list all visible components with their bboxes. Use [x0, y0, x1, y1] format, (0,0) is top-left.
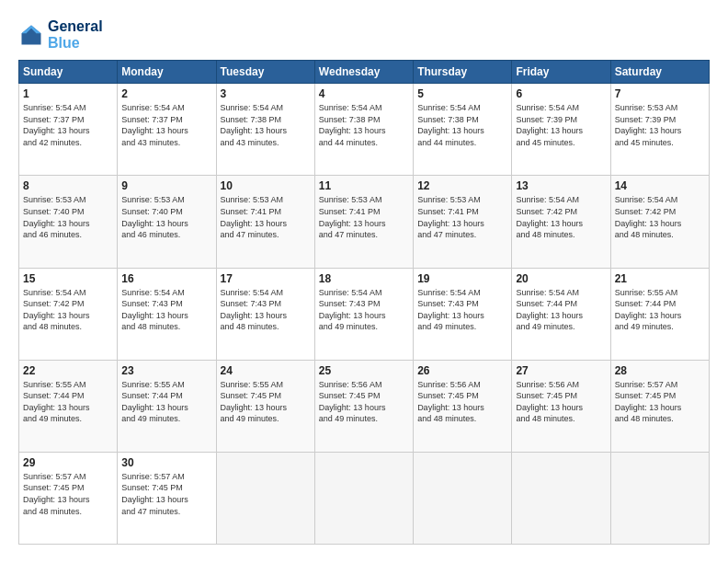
calendar-cell: 12Sunrise: 5:53 AM Sunset: 7:41 PM Dayli…: [414, 176, 512, 268]
calendar-cell: [314, 452, 413, 544]
calendar-cell: 3Sunrise: 5:54 AM Sunset: 7:38 PM Daylig…: [216, 84, 314, 176]
logo-icon: [18, 22, 44, 48]
day-info: Sunrise: 5:56 AM Sunset: 7:45 PM Dayligh…: [319, 379, 409, 425]
day-number: 17: [221, 272, 311, 285]
day-number: 28: [615, 364, 705, 377]
calendar-cell: 21Sunrise: 5:55 AM Sunset: 7:44 PM Dayli…: [610, 268, 709, 360]
calendar-week-5: 29Sunrise: 5:57 AM Sunset: 7:45 PM Dayli…: [19, 452, 710, 544]
day-info: Sunrise: 5:57 AM Sunset: 7:45 PM Dayligh…: [121, 471, 211, 517]
calendar-cell: 14Sunrise: 5:54 AM Sunset: 7:42 PM Dayli…: [610, 176, 709, 268]
logo: General Blue: [18, 18, 103, 51]
calendar-cell: 20Sunrise: 5:54 AM Sunset: 7:44 PM Dayli…: [512, 268, 610, 360]
weekday-header-thursday: Thursday: [414, 61, 512, 84]
calendar-cell: 15Sunrise: 5:54 AM Sunset: 7:42 PM Dayli…: [19, 268, 118, 360]
day-info: Sunrise: 5:54 AM Sunset: 7:37 PM Dayligh…: [121, 102, 211, 148]
day-info: Sunrise: 5:54 AM Sunset: 7:42 PM Dayligh…: [516, 194, 606, 240]
weekday-header-friday: Friday: [512, 61, 610, 84]
day-number: 10: [221, 179, 311, 192]
day-info: Sunrise: 5:57 AM Sunset: 7:45 PM Dayligh…: [23, 471, 113, 517]
day-number: 24: [221, 364, 311, 377]
calendar-cell: 18Sunrise: 5:54 AM Sunset: 7:43 PM Dayli…: [314, 268, 413, 360]
day-info: Sunrise: 5:55 AM Sunset: 7:44 PM Dayligh…: [615, 287, 705, 333]
day-number: 6: [516, 87, 606, 100]
header: General Blue: [18, 18, 710, 51]
weekday-header-sunday: Sunday: [19, 61, 118, 84]
page: General Blue SundayMondayTuesdayWednesda…: [0, 0, 728, 563]
calendar-cell: 9Sunrise: 5:53 AM Sunset: 7:40 PM Daylig…: [118, 176, 216, 268]
day-info: Sunrise: 5:54 AM Sunset: 7:42 PM Dayligh…: [23, 287, 113, 333]
calendar-cell: [512, 452, 610, 544]
day-number: 14: [615, 179, 705, 192]
day-info: Sunrise: 5:55 AM Sunset: 7:45 PM Dayligh…: [221, 379, 311, 425]
calendar-cell: [610, 452, 709, 544]
weekday-header-tuesday: Tuesday: [216, 61, 314, 84]
day-info: Sunrise: 5:53 AM Sunset: 7:39 PM Dayligh…: [615, 102, 705, 148]
calendar-cell: 23Sunrise: 5:55 AM Sunset: 7:44 PM Dayli…: [118, 360, 216, 452]
day-info: Sunrise: 5:53 AM Sunset: 7:41 PM Dayligh…: [417, 194, 507, 240]
day-info: Sunrise: 5:55 AM Sunset: 7:44 PM Dayligh…: [23, 379, 113, 425]
day-number: 1: [23, 87, 113, 100]
calendar-cell: 13Sunrise: 5:54 AM Sunset: 7:42 PM Dayli…: [512, 176, 610, 268]
day-number: 13: [516, 179, 606, 192]
calendar-cell: 7Sunrise: 5:53 AM Sunset: 7:39 PM Daylig…: [610, 84, 709, 176]
weekday-header-wednesday: Wednesday: [314, 61, 413, 84]
day-number: 2: [121, 87, 211, 100]
day-info: Sunrise: 5:56 AM Sunset: 7:45 PM Dayligh…: [417, 379, 507, 425]
calendar-cell: 1Sunrise: 5:54 AM Sunset: 7:37 PM Daylig…: [19, 84, 118, 176]
day-info: Sunrise: 5:54 AM Sunset: 7:38 PM Dayligh…: [319, 102, 409, 148]
calendar-week-3: 15Sunrise: 5:54 AM Sunset: 7:42 PM Dayli…: [19, 268, 710, 360]
day-number: 8: [23, 179, 113, 192]
calendar-cell: 22Sunrise: 5:55 AM Sunset: 7:44 PM Dayli…: [19, 360, 118, 452]
calendar-cell: 5Sunrise: 5:54 AM Sunset: 7:38 PM Daylig…: [414, 84, 512, 176]
calendar-table: SundayMondayTuesdayWednesdayThursdayFrid…: [18, 60, 710, 545]
day-number: 4: [319, 87, 409, 100]
day-number: 30: [121, 456, 211, 469]
day-info: Sunrise: 5:55 AM Sunset: 7:44 PM Dayligh…: [121, 379, 211, 425]
day-number: 12: [417, 179, 507, 192]
day-info: Sunrise: 5:56 AM Sunset: 7:45 PM Dayligh…: [516, 379, 606, 425]
calendar-cell: 19Sunrise: 5:54 AM Sunset: 7:43 PM Dayli…: [414, 268, 512, 360]
calendar-week-4: 22Sunrise: 5:55 AM Sunset: 7:44 PM Dayli…: [19, 360, 710, 452]
day-info: Sunrise: 5:54 AM Sunset: 7:38 PM Dayligh…: [221, 102, 311, 148]
day-number: 18: [319, 272, 409, 285]
calendar-cell: 24Sunrise: 5:55 AM Sunset: 7:45 PM Dayli…: [216, 360, 314, 452]
calendar-cell: [216, 452, 314, 544]
weekday-header-monday: Monday: [118, 61, 216, 84]
day-info: Sunrise: 5:53 AM Sunset: 7:40 PM Dayligh…: [23, 194, 113, 240]
calendar-cell: 25Sunrise: 5:56 AM Sunset: 7:45 PM Dayli…: [314, 360, 413, 452]
calendar-week-2: 8Sunrise: 5:53 AM Sunset: 7:40 PM Daylig…: [19, 176, 710, 268]
day-number: 22: [23, 364, 113, 377]
day-info: Sunrise: 5:54 AM Sunset: 7:42 PM Dayligh…: [615, 194, 705, 240]
calendar-cell: 6Sunrise: 5:54 AM Sunset: 7:39 PM Daylig…: [512, 84, 610, 176]
calendar-cell: 11Sunrise: 5:53 AM Sunset: 7:41 PM Dayli…: [314, 176, 413, 268]
calendar-cell: 28Sunrise: 5:57 AM Sunset: 7:45 PM Dayli…: [610, 360, 709, 452]
day-number: 16: [121, 272, 211, 285]
calendar-body: 1Sunrise: 5:54 AM Sunset: 7:37 PM Daylig…: [19, 84, 710, 545]
day-info: Sunrise: 5:54 AM Sunset: 7:43 PM Dayligh…: [319, 287, 409, 333]
day-info: Sunrise: 5:53 AM Sunset: 7:41 PM Dayligh…: [221, 194, 311, 240]
day-info: Sunrise: 5:54 AM Sunset: 7:39 PM Dayligh…: [516, 102, 606, 148]
day-number: 3: [221, 87, 311, 100]
day-number: 7: [615, 87, 705, 100]
day-number: 11: [319, 179, 409, 192]
calendar-cell: 10Sunrise: 5:53 AM Sunset: 7:41 PM Dayli…: [216, 176, 314, 268]
calendar-cell: 4Sunrise: 5:54 AM Sunset: 7:38 PM Daylig…: [314, 84, 413, 176]
day-number: 15: [23, 272, 113, 285]
day-info: Sunrise: 5:54 AM Sunset: 7:43 PM Dayligh…: [417, 287, 507, 333]
calendar-cell: 27Sunrise: 5:56 AM Sunset: 7:45 PM Dayli…: [512, 360, 610, 452]
calendar-week-1: 1Sunrise: 5:54 AM Sunset: 7:37 PM Daylig…: [19, 84, 710, 176]
day-info: Sunrise: 5:53 AM Sunset: 7:40 PM Dayligh…: [121, 194, 211, 240]
logo-text: General Blue: [48, 18, 103, 51]
calendar-cell: 26Sunrise: 5:56 AM Sunset: 7:45 PM Dayli…: [414, 360, 512, 452]
calendar-cell: 30Sunrise: 5:57 AM Sunset: 7:45 PM Dayli…: [118, 452, 216, 544]
calendar-cell: 8Sunrise: 5:53 AM Sunset: 7:40 PM Daylig…: [19, 176, 118, 268]
weekday-header-row: SundayMondayTuesdayWednesdayThursdayFrid…: [19, 61, 710, 84]
weekday-header-saturday: Saturday: [610, 61, 709, 84]
day-number: 25: [319, 364, 409, 377]
calendar-cell: 17Sunrise: 5:54 AM Sunset: 7:43 PM Dayli…: [216, 268, 314, 360]
day-number: 19: [417, 272, 507, 285]
day-number: 26: [417, 364, 507, 377]
day-info: Sunrise: 5:54 AM Sunset: 7:44 PM Dayligh…: [516, 287, 606, 333]
day-info: Sunrise: 5:54 AM Sunset: 7:38 PM Dayligh…: [417, 102, 507, 148]
day-info: Sunrise: 5:57 AM Sunset: 7:45 PM Dayligh…: [615, 379, 705, 425]
